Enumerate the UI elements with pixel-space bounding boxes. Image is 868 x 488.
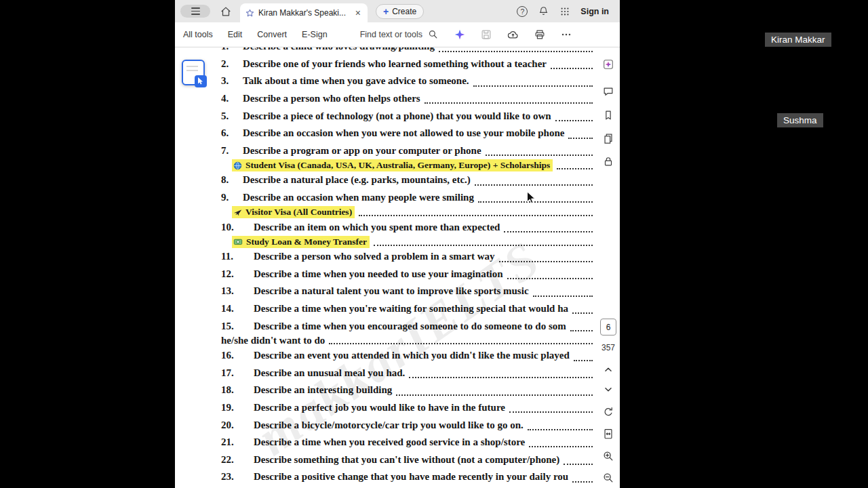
- item-text: Describe a natural place (e.g. parks, mo…: [243, 174, 471, 186]
- tab-convert[interactable]: Convert: [257, 30, 287, 39]
- list-item: 6.Describe an occasion when you were not…: [221, 125, 594, 142]
- item-text: Describe a natural talent you want to im…: [254, 285, 529, 297]
- list-item: 3.Talk about a time when you gave advice…: [221, 73, 594, 90]
- list-item: 9.Describe an occasion when many people …: [221, 189, 594, 207]
- list-item: 23.Describe a positive change that you h…: [221, 468, 594, 486]
- fit-width-icon[interactable]: [602, 428, 614, 440]
- rotate-view-icon[interactable]: [602, 406, 614, 418]
- tab-title: Kiran Makkar's Speaki...: [258, 8, 350, 18]
- item-number: 14.: [221, 303, 254, 314]
- comments-icon[interactable]: [602, 85, 614, 98]
- dot-leader: [568, 138, 593, 139]
- pointer-tool-icon: [195, 75, 207, 87]
- plus-icon: +: [383, 7, 389, 16]
- help-icon[interactable]: ?: [517, 6, 528, 17]
- list-item: 13.Describe a natural talent you want to…: [221, 283, 594, 300]
- list-item: 2.Describe one of your friends who learn…: [221, 56, 594, 73]
- highlight: Student Visa (Canada, USA, UK, Australia…: [232, 159, 553, 171]
- dot-leader: [473, 85, 593, 87]
- item-text: Describe an unusual meal you had.: [254, 367, 405, 379]
- cloud-upload-icon[interactable]: [507, 28, 519, 41]
- dot-leader: [574, 360, 593, 361]
- tab-edit[interactable]: Edit: [228, 30, 243, 39]
- dot-leader: [396, 394, 593, 396]
- item-text: Describe an event you attended in which …: [254, 350, 570, 361]
- item-text: Describe something that you can't live w…: [254, 454, 559, 466]
- highlight-text: Visitor Visa (All Countries): [245, 207, 352, 218]
- globe-icon: [233, 161, 242, 170]
- highlight-row: Study Loan & Money Transfer: [221, 236, 594, 248]
- item-number: 16.: [221, 350, 254, 361]
- tab-close-icon[interactable]: ×: [354, 8, 362, 18]
- item-number: 15.: [221, 321, 254, 332]
- item-text: Describe one of your friends who learned…: [243, 58, 547, 70]
- more-options-icon[interactable]: [560, 28, 572, 41]
- document-tab[interactable]: Kiran Makkar's Speaki... ×: [240, 3, 368, 22]
- hamburger-icon: [191, 7, 200, 14]
- acrobat-window: Kiran Makkar's Speaki... × + Create ? Si…: [175, 0, 620, 488]
- item-text: Describe a positive change that you have…: [254, 471, 568, 483]
- page-number-input[interactable]: 6: [600, 319, 616, 336]
- dot-leader: [572, 481, 593, 483]
- zoom-in-icon[interactable]: [602, 450, 614, 462]
- apps-grid-icon[interactable]: [559, 6, 570, 17]
- titlebar-right: ? Sign in: [517, 5, 609, 17]
- search-icon: [428, 29, 439, 40]
- tab-all-tools[interactable]: All tools: [183, 30, 213, 39]
- dot-leader: [529, 446, 593, 447]
- item-number: 13.: [221, 285, 254, 297]
- generative-summary-icon[interactable]: [602, 58, 614, 70]
- item-number: 5.: [221, 110, 243, 122]
- bookmarks-icon[interactable]: [602, 109, 614, 121]
- protect-lock-icon[interactable]: [602, 155, 614, 167]
- item-number: 7.: [221, 145, 243, 157]
- plane-icon: [233, 208, 242, 217]
- item-text: Describe an occasion when many people we…: [243, 192, 474, 203]
- save-icon[interactable]: [480, 28, 492, 41]
- list-item: 11.Describe a person who solved a proble…: [221, 248, 594, 266]
- item-text: Describe a time when you received good s…: [254, 436, 525, 448]
- list-item: 1.Describe a child who loves drawing/pai…: [221, 47, 594, 56]
- list-item: 10.Describe an item on which you spent m…: [221, 218, 594, 236]
- list-item: 7.Describe a program or app on your comp…: [221, 142, 594, 160]
- sign-in-button[interactable]: Sign in: [580, 7, 609, 16]
- dot-leader: [564, 464, 593, 465]
- item-text: Describe a piece of technology (not a ph…: [243, 110, 551, 122]
- home-icon[interactable]: [220, 5, 232, 18]
- next-page-icon[interactable]: [602, 384, 614, 396]
- ai-assistant-icon[interactable]: [454, 28, 466, 41]
- list-item: 18.Describe an interesting building: [221, 382, 594, 399]
- print-icon[interactable]: [534, 28, 546, 41]
- highlight-row: Student Visa (Canada, USA, UK, Australia…: [221, 159, 594, 171]
- highlight: Visitor Visa (All Countries): [232, 206, 355, 218]
- find-button[interactable]: Find text or tools: [360, 29, 439, 40]
- organize-pages-icon[interactable]: [602, 132, 614, 144]
- tab-esign[interactable]: E-Sign: [302, 30, 328, 39]
- create-button[interactable]: + Create: [376, 4, 424, 19]
- dot-leader: [359, 215, 593, 216]
- item-text: Describe a person who solved a problem i…: [254, 251, 495, 262]
- highlight: Study Loan & Money Transfer: [232, 236, 370, 248]
- item-number: 17.: [221, 367, 254, 379]
- item-number: 10.: [221, 222, 254, 233]
- previous-page-icon[interactable]: [602, 363, 614, 375]
- list-item: 19.Describe a perfect job you would like…: [221, 399, 594, 417]
- menu-button[interactable]: [180, 5, 210, 18]
- participant-name: Kiran Makkar: [765, 33, 831, 47]
- participant-name: Sushma: [777, 113, 823, 127]
- dot-leader: [509, 411, 593, 413]
- list-item: 15.Describe a time when you encouraged s…: [221, 317, 594, 335]
- dot-leader: [507, 278, 593, 279]
- page-total: 357: [597, 343, 620, 352]
- item-text: Describe an interesting building: [254, 384, 392, 396]
- list-item: 4.Describe a person who often helps othe…: [221, 90, 594, 108]
- item-number: 1.: [221, 47, 243, 52]
- screen: Kiran Makkar's Speaki... × + Create ? Si…: [0, 0, 868, 488]
- dot-leader: [504, 231, 593, 232]
- notifications-icon[interactable]: [538, 5, 549, 17]
- zoom-out-icon[interactable]: [602, 472, 614, 484]
- select-tool-widget[interactable]: [182, 60, 205, 85]
- item-text: Describe a child who loves drawing/paint…: [243, 47, 435, 52]
- item-number: 4.: [221, 93, 243, 104]
- toc-list: 1.Describe a child who loves drawing/pai…: [175, 47, 597, 486]
